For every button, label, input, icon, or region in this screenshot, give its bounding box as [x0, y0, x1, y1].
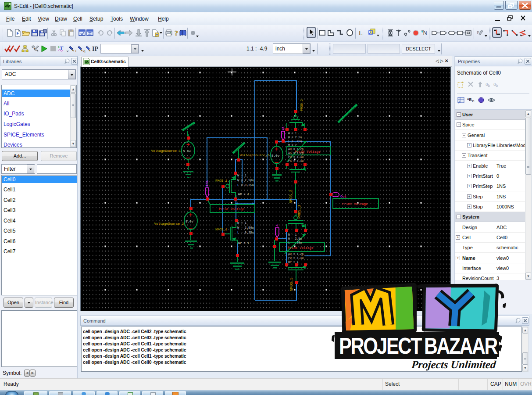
svg-text:L = 0.25u: L = 0.25u	[237, 183, 254, 187]
svg-text:PROJECT: PROJECT	[339, 333, 422, 359]
svg-text:Projects Unlimited: Projects Unlimited	[411, 359, 496, 370]
svg-text:L = .25u: L = .25u	[288, 140, 302, 143]
svg-text:WP = 1: WP = 1	[238, 193, 249, 196]
svg-text:NMOS_2: NMOS_2	[289, 190, 293, 203]
svg-text:W = 1: W = 1	[288, 233, 297, 237]
svg-text:W = 1: W = 1	[237, 221, 246, 225]
svg-text:L = .25u: L = .25u	[288, 241, 302, 244]
svg-text:M = 2: M = 2	[288, 144, 297, 147]
svg-text:L = 0.25u: L = 0.25u	[237, 231, 254, 234]
svg-text:PD = 4.4u: PD = 4.4u	[288, 156, 303, 159]
svg-text:W = 2.50u: W = 2.50u	[237, 226, 254, 230]
svg-text:Print Voltage: Print Voltage	[288, 246, 314, 250]
svg-text:AD = 1.2p: AD = 1.2p	[288, 148, 303, 151]
svg-text:VoltageSource_2: VoltageSource_2	[154, 222, 184, 226]
svg-text:Print Voltage: Print Voltage	[342, 202, 368, 206]
svg-text:PMOS_2: PMOS_2	[300, 99, 303, 111]
svg-text:AD = 1.2p: AD = 1.2p	[288, 253, 303, 256]
svg-text:VoltageSource_3: VoltageSource_3	[239, 154, 269, 157]
svg-text:W = 2.5u: W = 2.5u	[288, 237, 302, 241]
svg-text:Out: Out	[340, 194, 346, 198]
svg-text:PMOS_3: PMOS_3	[297, 205, 302, 219]
svg-text:AS = 1.2p: AS = 1.2p	[288, 152, 303, 155]
svg-text:5.0v: 5.0v	[186, 220, 194, 223]
svg-text:PS = 4.4u: PS = 4.4u	[288, 160, 303, 163]
svg-text:WA: WA	[282, 126, 285, 130]
svg-text:5.0v: 5.0v	[271, 154, 280, 158]
svg-text:W = 1: W = 1	[288, 132, 297, 135]
svg-text:IN1: IN1	[205, 180, 209, 187]
svg-text:WP = 1: WP = 1	[288, 261, 299, 264]
svg-text:VoltageSource_1: VoltageSource_1	[151, 149, 181, 153]
svg-text:WP = 1: WP = 1	[238, 241, 249, 245]
svg-text:W = 2.50u: W = 2.50u	[237, 179, 254, 182]
svg-text:PD = 4.4u: PD = 4.4u	[288, 257, 303, 260]
svg-text:Print Voltage: Print Voltage	[219, 208, 245, 211]
svg-text:W = 2.5u: W = 2.5u	[288, 136, 302, 139]
svg-text:W = 1: W = 1	[237, 174, 246, 177]
svg-text:NMOS_3: NMOS_3	[289, 277, 294, 291]
svg-text:NMOS_1: NMOS_1	[215, 228, 228, 231]
svg-text:5.0v: 5.0v	[183, 150, 191, 153]
svg-text:BAZAAR: BAZAAR	[424, 333, 498, 359]
svg-text:PMOS_1: PMOS_1	[215, 179, 228, 183]
svg-text:A: A	[275, 224, 279, 226]
